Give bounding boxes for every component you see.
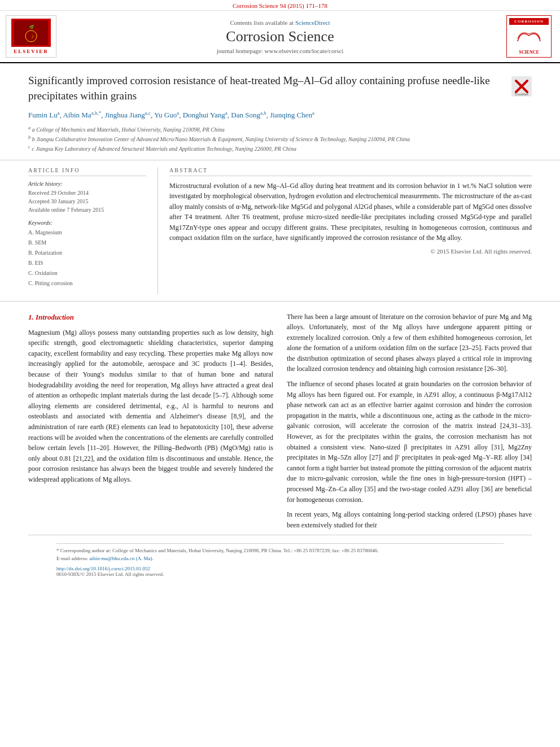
- affil-a: a a College of Mechanics and Materials, …: [28, 125, 532, 134]
- keyword-4: B. EIS: [28, 258, 146, 268]
- intro-heading: 1. Introduction: [28, 312, 273, 323]
- accepted-date: Accepted 30 January 2015: [28, 197, 146, 206]
- keyword-2: B. SEM: [28, 238, 146, 248]
- body-right-col: There has been a large amount of literat…: [287, 312, 532, 535]
- article-info-col: ARTICLE INFO Article history: Received 2…: [28, 167, 158, 294]
- email-label: E-mail address:: [56, 556, 88, 561]
- journal-logo-subtitle: SCIENCE: [509, 50, 549, 55]
- contents-available-line: Contents lists available at ScienceDirec…: [62, 19, 498, 26]
- corresponding-note: * Corresponding author at: College of Me…: [56, 543, 504, 562]
- author-jinghua: Jinghua Jiang: [105, 111, 145, 120]
- keywords-heading: Keywords:: [28, 220, 146, 226]
- svg-rect-0: [14, 20, 48, 45]
- author-jianqing: Jianqing Chen: [270, 111, 312, 120]
- journal-title-area: Contents lists available at ScienceDirec…: [62, 15, 498, 58]
- affil-b: b b Jiangsu Collaborative Innovation Cen…: [28, 134, 532, 143]
- svg-text:CrossMark: CrossMark: [515, 93, 529, 96]
- elsevier-logo-image: 🌿 ☽: [11, 19, 51, 47]
- history-heading: Article history:: [28, 181, 146, 187]
- intro-para3: The influence of second phases located a…: [287, 379, 532, 505]
- intro-para1: Magnesium (Mg) alloys possess many outst…: [28, 327, 273, 485]
- abstract-label: ABSTRACT: [169, 167, 532, 176]
- journal-ref: Corrosion Science 94 (2015) 171–178: [233, 2, 327, 9]
- article-info-abstract: ARTICLE INFO Article history: Received 2…: [0, 160, 560, 302]
- received-date: Received 29 October 2014: [28, 189, 146, 197]
- footer-info: * Corresponding author at: College of Me…: [28, 535, 532, 582]
- keyword-5: C. Oxidation: [28, 268, 146, 278]
- affiliations: a a College of Mechanics and Materials, …: [28, 125, 532, 154]
- crossmark-logo: CrossMark: [511, 76, 532, 97]
- keywords-group: Keywords: A. Magnesium B. SEM B. Polariz…: [28, 220, 146, 289]
- journal-homepage: journal homepage: www.elsevier.com/locat…: [62, 47, 498, 54]
- journal-header: 🌿 ☽ ELSEVIER Contents lists available at…: [0, 11, 560, 63]
- main-body: 1. Introduction Magnesium (Mg) alloys po…: [0, 302, 560, 592]
- keyword-3: B. Polarization: [28, 248, 146, 258]
- journal-title: Corrosion Science: [62, 28, 498, 45]
- intro-para4: In recent years, Mg alloys containing lo…: [287, 509, 532, 530]
- abstract-col: ABSTRACT Microstructural evolution of a …: [158, 167, 532, 294]
- article-title-section: Significantly improved corrosion resista…: [0, 63, 560, 160]
- author-fumin: Fumin Lu: [28, 111, 58, 120]
- keywords-list: A. Magnesium B. SEM B. Polarization B. E…: [28, 228, 146, 289]
- intro-para2: There has been a large amount of literat…: [287, 312, 532, 375]
- affil-c: c c Jiangsu Key Laboratory of Advanced S…: [28, 144, 532, 153]
- journal-logo-title: CORROSION: [509, 18, 549, 25]
- author-donghui: Donghui Yang: [183, 111, 225, 120]
- elsevier-logo: 🌿 ☽ ELSEVIER: [6, 15, 56, 58]
- author-dan: Dan Song: [231, 111, 260, 120]
- keyword-6: C. Pitting corrosion: [28, 278, 146, 289]
- corresponding-text: * Corresponding author at: College of Me…: [56, 548, 379, 553]
- author-aibin: Aibin Ma: [63, 111, 91, 120]
- top-bar: Corrosion Science 94 (2015) 171–178: [0, 0, 560, 11]
- email-address: aibin-ma@hhu.edu.cn (A. Ma).: [89, 556, 153, 561]
- abstract-copyright: © 2015 Elsevier Ltd. All rights reserved…: [169, 248, 532, 255]
- science-direct-link[interactable]: ScienceDirect: [295, 19, 330, 26]
- author-yu: Yu Guo: [154, 111, 177, 120]
- article-title: Significantly improved corrosion resista…: [28, 73, 506, 103]
- article-history: Article history: Received 29 October 201…: [28, 181, 146, 214]
- keyword-1: A. Magnesium: [28, 228, 146, 238]
- article-info-label: ARTICLE INFO: [28, 167, 146, 176]
- issn-line: 0010-938X/© 2015 Elsevier Ltd. All right…: [56, 571, 504, 577]
- elsevier-text: ELSEVIER: [14, 49, 49, 54]
- doi-link[interactable]: http://dx.doi.org/10.1016/j.corsci.2015.…: [56, 566, 150, 571]
- body-left-col: 1. Introduction Magnesium (Mg) alloys po…: [28, 312, 273, 535]
- body-columns: 1. Introduction Magnesium (Mg) alloys po…: [28, 312, 532, 535]
- journal-logo-box: CORROSION SCIENCE: [504, 15, 554, 58]
- abstract-text: Microstructural evolution of a new Mg–Al…: [169, 181, 532, 244]
- available-date: Available online 7 February 2015: [28, 206, 146, 214]
- authors-line: Fumin Lua, Aibin Maa,b,*, Jinghua Jianga…: [28, 110, 532, 120]
- svg-text:☽: ☽: [29, 34, 34, 40]
- journal-logo: CORROSION SCIENCE: [506, 15, 552, 58]
